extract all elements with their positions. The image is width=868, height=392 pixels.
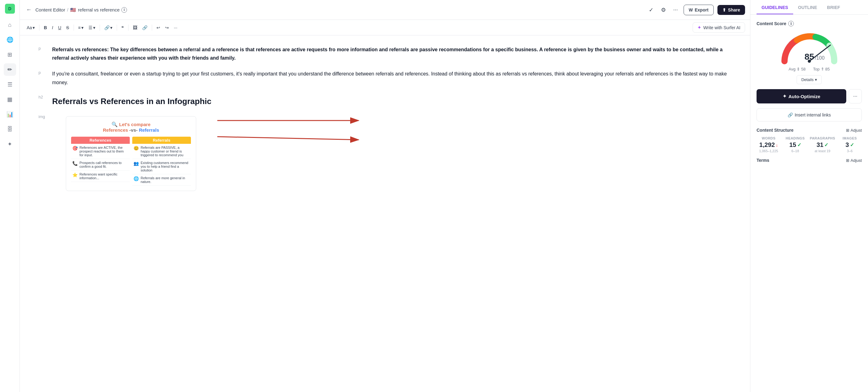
top-bar-right: ✓ ⚙ ··· W Export ⬆ Share [647,5,745,15]
back-button[interactable]: ← [25,5,33,14]
terms-title: Terms [756,158,769,163]
url-button[interactable]: 🔗 [140,24,149,31]
redo-button[interactable]: ↪ [163,24,171,31]
inf-row-2-col2: 👥 Existing customers recommend you to he… [132,159,191,174]
more-options-button[interactable]: ··· [672,5,680,15]
main-area: ← Content Editor / 🇺🇸 referral vs refere… [20,0,750,392]
inf-text-2-1: Prospects call references to confirm a g… [80,161,128,168]
edit-icon[interactable]: ✏ [4,63,16,76]
inf-col-referrals-header: Referrals [132,137,191,144]
inf-row-3-col2: 🌐 Referrals are more general in nature. [132,174,191,186]
inf-icon-2-2: 👥 [133,161,139,166]
star-icon[interactable]: ✦ [4,138,16,150]
img-label: img [38,114,49,119]
toolbar-more-button[interactable]: ··· [172,24,180,31]
images-stat: IMAGES 3 ✓ 3–6 [838,137,862,153]
gauge-svg: 85 /100 [778,30,840,64]
font-button[interactable]: Aa ▾ [25,24,37,31]
words-indicator: ↓ [776,143,778,148]
inf-icon-1-1: 🎯 [72,146,78,151]
h2-heading-text[interactable]: Referrals vs References in an Infographi… [52,97,211,106]
headings-range: 6–18 [783,149,807,153]
database-icon[interactable]: 🗄 [4,123,16,135]
breadcrumb-separator: / [67,7,68,12]
underline-button[interactable]: U [56,24,63,31]
quote-button[interactable]: ❝ [120,24,126,31]
images-label: IMAGES [838,137,862,140]
structure-grid: WORDS 1,292 ↓ 1,065–1,225 HEADINGS 15 ✓ [756,137,862,153]
svg-text:85: 85 [804,52,814,61]
wp-icon: W [689,7,693,12]
adjust-button[interactable]: ⊞ Adjust [846,128,862,133]
paragraph-1-text[interactable]: Referrals vs references: The key differe… [52,46,732,62]
check-button[interactable]: ✓ [647,5,655,15]
tab-outline[interactable]: OUTLINE [793,0,822,14]
para-label-1: p [38,46,49,51]
action-buttons-section: ✦ Auto-Optimize ··· 🔗 Insert internal li… [756,89,862,121]
headings-value: 15 ✓ [783,141,807,149]
write-surfer-button[interactable]: ✦ Write with Surfer AI [692,22,745,33]
infographic-title: 🔍 Let's compare References -vs- Referral… [71,121,191,133]
bold-button[interactable]: B [42,24,49,31]
avg-label: Avg ⇕ 58 [788,67,806,71]
italic-button[interactable]: I [50,24,55,31]
inf-row-2-col1: 📞 Prospects call references to confirm a… [71,159,130,171]
top-bar-left: ← Content Editor / 🇺🇸 referral vs refere… [25,5,647,14]
strikethrough-button[interactable]: S [64,24,71,31]
export-label: Export [695,7,708,12]
words-label: WORDS [756,137,781,140]
action-btns-row: ✦ Auto-Optimize ··· [756,89,862,103]
inf-col-references: References 🎯 References are ACTIVE, the … [71,137,130,186]
paragraph-2-text[interactable]: If you're a consultant, freelancer or ev… [52,69,732,86]
list-icon[interactable]: ☰ [4,78,16,91]
info-icon[interactable]: ℹ [121,7,127,13]
adjust-label: Adjust [850,128,862,133]
table-icon[interactable]: ▦ [4,93,16,105]
image-row: img 🔍 Let's compare References -vs- Refe… [38,114,732,191]
image-button[interactable]: 🖼 [131,24,139,31]
paragraphs-range: at least 19 [810,149,835,153]
tab-guidelines[interactable]: GUIDELINES [756,0,793,14]
insert-links-icon: 🔗 [787,113,793,117]
settings-button[interactable]: ⚙ [659,5,668,15]
terms-adjust-button[interactable]: ⊞ Adjust [846,158,862,163]
insert-links-label: Insert internal links [795,113,831,117]
user-avatar[interactable]: D [5,4,15,14]
surfer-ai-icon: ✦ [697,25,701,30]
inf-text-2-2: Existing customers recommend you to help… [141,161,190,172]
toolbar-sep-3 [100,25,100,31]
paragraph-row-1: p Referrals vs references: The key diffe… [38,46,732,62]
export-button[interactable]: W Export [684,5,714,15]
editor-area[interactable]: p Referrals vs references: The key diffe… [20,35,750,392]
content-score-title: Content Score ℹ [756,21,862,26]
auto-optimize-button[interactable]: ✦ Auto-Optimize [756,89,846,103]
breadcrumb-flag: 🇺🇸 [70,7,76,13]
paragraphs-label: PARAGRAPHS [810,137,835,140]
share-button[interactable]: ⬆ Share [717,5,745,15]
inf-text-3-1: References want specific information... [80,172,128,180]
images-range: 3–6 [838,149,862,153]
grid-icon[interactable]: ⊞ [4,49,16,61]
headings-label: HEADINGS [783,137,807,140]
undo-button[interactable]: ↩ [155,24,162,31]
globe-icon[interactable]: 🌐 [4,34,16,46]
breadcrumb-content-editor[interactable]: Content Editor [35,7,65,12]
details-button[interactable]: Details ▾ [797,75,822,84]
svg-text:/100: /100 [815,55,825,61]
toolbar: Aa ▾ B I U S ≡ ▾ ☰ ▾ 🔗 ▾ ❝ [20,20,750,35]
score-info-icon[interactable]: ℹ [788,21,794,26]
headings-stat: HEADINGS 15 ✓ 6–18 [783,137,807,153]
list-button[interactable]: ☰ ▾ [87,24,97,31]
infographic-container: 🔍 Let's compare References -vs- Referral… [52,114,196,191]
insert-links-button[interactable]: 🔗 Insert internal links [756,109,862,121]
auto-optimize-more-button[interactable]: ··· [849,89,862,103]
home-icon[interactable]: ⌂ [4,19,16,31]
link-button[interactable]: 🔗 ▾ [102,24,114,31]
images-indicator: ✓ [850,142,854,148]
top-bar: ← Content Editor / 🇺🇸 referral vs refere… [20,0,750,20]
para-label-2: p [38,69,49,75]
align-button[interactable]: ≡ ▾ [76,24,85,31]
chart-icon[interactable]: 📊 [4,108,16,121]
tab-brief[interactable]: BRIEF [822,0,845,14]
auto-opt-label: Auto-Optimize [788,94,820,99]
